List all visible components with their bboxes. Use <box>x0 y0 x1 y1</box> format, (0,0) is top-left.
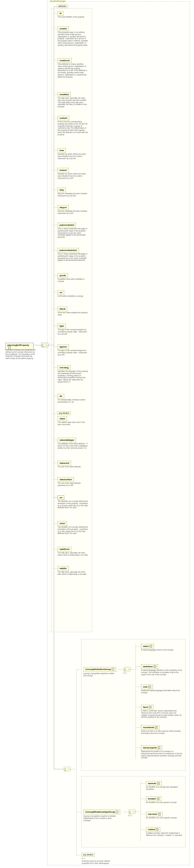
attr-uri[interactable]: uri <box>58 290 64 295</box>
cd-item-remoteInfo[interactable]: remoteInfo+ <box>141 725 160 730</box>
expand-icon[interactable]: − <box>116 811 118 813</box>
attr-xml-lang[interactable]: xml:lang <box>58 365 71 370</box>
expand-icon[interactable]: + <box>157 798 160 800</box>
attr-desc: A qualified code which identifies a conc… <box>58 278 88 282</box>
cr-item-narrower[interactable]: narrower+ <box>146 812 162 816</box>
attr-valueunit[interactable]: valueunit <box>58 461 71 465</box>
expand-icon[interactable]: + <box>149 645 152 648</box>
expand-icon[interactable]: + <box>158 746 160 749</box>
expand-icon[interactable]: − <box>112 668 114 671</box>
attr-typeuri[interactable]: typeuri <box>58 344 69 349</box>
cr-item-sameAs[interactable]: sameAs+ <box>146 781 162 786</box>
expand-icon[interactable]: + <box>158 813 161 815</box>
cd-item-note[interactable]: note+ <box>141 684 153 689</box>
root-desc: Extension Property: the semantics are de… <box>5 349 36 360</box>
cd-item-facet[interactable]: facet+ <box>141 705 154 710</box>
cd-item-label: definition <box>143 665 153 668</box>
expand-icon[interactable]: + <box>157 782 160 785</box>
attr-desc: A URI which identifies a concept. <box>58 295 88 297</box>
attr-desc: The identifier of a concept defining the… <box>58 526 88 534</box>
any-other-attr: any ##other <box>58 411 71 415</box>
attr-qcode[interactable]: qcode <box>58 273 68 278</box>
attr-type[interactable]: type <box>58 323 66 328</box>
concept-def-group[interactable]: ConceptDefinitionGroup− <box>83 667 116 672</box>
expand-icon[interactable]: + <box>156 828 158 831</box>
cd-item-label: remoteInfo <box>143 726 154 729</box>
attr-creatoruri[interactable]: creatoruri <box>58 58 72 63</box>
attr-pubconstraint[interactable]: pubconstraint <box>58 223 76 227</box>
attr-why[interactable]: why <box>58 188 66 192</box>
cd-item-desc: A natural language name for the concept. <box>141 649 182 651</box>
attr-label: creatoruri <box>59 59 70 62</box>
attr-validto[interactable]: validto <box>58 566 68 571</box>
cd-item-definition[interactable]: definition+ <box>141 664 158 669</box>
attr-desc: The datatype of the value attribute – it… <box>58 443 88 449</box>
attr-label: typeuri <box>59 346 67 348</box>
expand-icon[interactable]: + <box>155 726 158 729</box>
attr-label: xml:lang <box>59 366 68 369</box>
attr-label: literal <box>59 308 65 310</box>
attr-desc: The date (and, optionally, the time) aft… <box>58 571 88 576</box>
expand-icon[interactable]: + <box>148 686 151 688</box>
ext-any-label: any ##other <box>83 854 93 856</box>
attr-how[interactable]: how <box>58 148 66 153</box>
attr-rel[interactable]: rel <box>58 495 64 500</box>
concept-def-occurs: 0..∞ <box>123 672 127 674</box>
attr-valueunituri[interactable]: valueunituri <box>58 477 74 482</box>
root-sequence <box>41 343 48 347</box>
cr-item-label: broader <box>148 798 156 800</box>
ext-any[interactable]: any ##other <box>82 853 95 857</box>
concept-rel-sequence <box>129 810 136 814</box>
attr-literal[interactable]: literal <box>58 307 67 311</box>
attr-id[interactable]: id <box>58 11 63 16</box>
expand-icon[interactable]: + <box>149 706 151 708</box>
cr-item-desc: A related concept, where the relationshi… <box>146 832 185 836</box>
attr-howuri[interactable]: howuri <box>58 168 68 173</box>
attr-desc: The date (and, optionally, the time) whe… <box>58 97 88 108</box>
cd-item-name[interactable]: name+ <box>141 644 154 649</box>
concept-rel-occurs: 0..∞ <box>129 814 132 817</box>
expand-icon[interactable]: + <box>154 665 156 668</box>
attr-value[interactable]: value <box>58 416 67 421</box>
attr-desc: If the attribute is empty, specifies whi… <box>58 63 88 78</box>
cd-item-desc: A natural language definition of the sem… <box>141 669 182 676</box>
attr-desc: Indicates by which means the value was e… <box>58 153 88 159</box>
attr-reluri[interactable]: reluri <box>58 521 67 526</box>
attr-whyuri[interactable]: whyuri <box>58 205 68 210</box>
attr-desc: The date (and, optionally, the time) bef… <box>58 552 88 556</box>
cd-item-label: hierarchyInfo <box>143 746 157 749</box>
attr-desc: A free-text value assigned as property v… <box>58 312 88 316</box>
concept-rel-group[interactable]: ConceptRelationshipsGroup− <box>83 810 120 814</box>
child-sequence <box>64 767 71 771</box>
attr-desc: The directionality of textual content (e… <box>58 399 88 403</box>
attr-label: modified <box>59 93 68 96</box>
concept-rel-desc: A group of properties required to indica… <box>83 815 119 822</box>
cr-item-related[interactable]: related+ <box>146 827 160 832</box>
attr-custom[interactable]: custom <box>58 116 69 120</box>
concept-def-sequence <box>123 667 131 671</box>
cr-item-desc: An identifier of a more generic concept. <box>146 801 185 804</box>
expand-icon[interactable]: − <box>8 346 11 349</box>
concept-rel-group-label: ConceptRelationshipsGroup <box>85 811 115 813</box>
attr-label: dir <box>59 395 62 397</box>
cr-item-label: related <box>148 828 155 831</box>
attr-label: creator <box>59 27 67 30</box>
attr-valuedatatype[interactable]: valuedatatype <box>58 438 76 442</box>
attr-desc: The identifier of a concept defining the… <box>58 500 88 509</box>
attr-validfrom[interactable]: validfrom <box>58 547 71 552</box>
attr-pubconstrainturi[interactable]: pubconstrainturi <box>58 248 79 253</box>
cr-item-broader[interactable]: broader+ <box>146 797 161 801</box>
attr-desc: If set to true the corresponding propert… <box>58 121 88 136</box>
cd-item-hierarchyInfo[interactable]: hierarchyInfo+ <box>141 745 162 750</box>
attr-desc: The local identifier of the property. <box>58 16 88 18</box>
attr-label: validto <box>59 567 67 569</box>
attr-desc: Indicates by which means the value was e… <box>58 173 88 179</box>
attr-modified[interactable]: modified <box>58 92 71 97</box>
cr-item-label: narrower <box>148 813 157 815</box>
attr-dir[interactable]: dir <box>58 394 64 399</box>
attr-label: pubconstraint <box>59 224 74 226</box>
attr-label: rel <box>59 496 62 499</box>
attr-label: why <box>59 189 64 191</box>
attr-creator[interactable]: creator <box>58 26 69 31</box>
cr-item-label: sameAs <box>148 782 157 785</box>
